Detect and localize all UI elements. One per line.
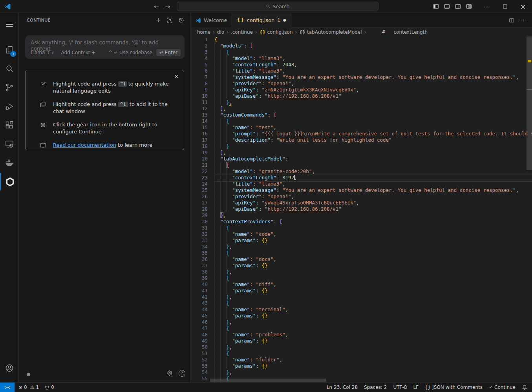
- code-line[interactable]: 27 "apiKey": "yWvqi4SxrpTsoOMMA3TcBQucEE…: [191, 200, 532, 206]
- breadcrumb-item[interactable]: #contextLength: [368, 29, 428, 35]
- split-editor-button[interactable]: [508, 17, 515, 24]
- command-search-box[interactable]: Search: [177, 2, 378, 11]
- code-line[interactable]: 22 "model": "granite-code:20b",: [191, 168, 532, 175]
- sidebar-item-continue[interactable]: [0, 173, 19, 190]
- line-number[interactable]: 14: [191, 118, 208, 124]
- code-line[interactable]: 31 {: [191, 225, 532, 231]
- line-number[interactable]: 32: [191, 231, 208, 237]
- code-line[interactable]: 1{: [191, 36, 532, 43]
- code-line[interactable]: 30 "contextProviders": [: [191, 219, 532, 225]
- code-line[interactable]: 11 },: [191, 99, 532, 106]
- line-number[interactable]: 44: [191, 306, 208, 313]
- line-number[interactable]: 27: [191, 200, 208, 206]
- toggle-secondary-sidebar-icon[interactable]: [455, 3, 461, 10]
- line-number[interactable]: 26: [191, 193, 208, 200]
- line-number[interactable]: 11: [191, 99, 208, 106]
- line-number[interactable]: 39: [191, 275, 208, 281]
- line-number[interactable]: 47: [191, 325, 208, 332]
- code-line[interactable]: 18 }: [191, 143, 532, 150]
- code-line[interactable]: 3 {: [191, 49, 532, 55]
- breadcrumb-item[interactable]: dio: [217, 29, 224, 35]
- line-number[interactable]: 5: [191, 62, 208, 68]
- code-line[interactable]: 42 },: [191, 294, 532, 300]
- line-number[interactable]: 45: [191, 313, 208, 319]
- code-line[interactable]: 38 },: [191, 269, 532, 275]
- code-line[interactable]: 16 "prompt": "{{{ input }}}\n\nWrite a c…: [191, 131, 532, 137]
- line-number[interactable]: 24: [191, 181, 208, 187]
- line-number[interactable]: 42: [191, 294, 208, 300]
- code-line[interactable]: 37 "params": {}: [191, 263, 532, 269]
- line-number[interactable]: 52: [191, 357, 208, 363]
- line-number[interactable]: 1: [191, 36, 208, 43]
- dirty-indicator-icon[interactable]: ●: [283, 18, 286, 22]
- sidebar-item-docker[interactable]: [0, 154, 19, 171]
- close-window-button[interactable]: ×: [514, 0, 532, 13]
- code-line[interactable]: 8 "provider": "openai",: [191, 80, 532, 87]
- problems-status[interactable]: ⊗0 ⚠1: [18, 385, 39, 390]
- code-line[interactable]: 54 },: [191, 369, 532, 376]
- code-line[interactable]: 33 "params": {}: [191, 237, 532, 244]
- maximize-button[interactable]: [496, 0, 514, 13]
- account-button[interactable]: [0, 359, 19, 377]
- breadcrumb-item[interactable]: {}config.json: [260, 29, 293, 35]
- code-line[interactable]: 21 {: [191, 162, 532, 168]
- line-number[interactable]: 38: [191, 269, 208, 275]
- code-line[interactable]: 12 ],: [191, 106, 532, 112]
- line-number[interactable]: 16: [191, 131, 208, 137]
- line-number[interactable]: 31: [191, 225, 208, 231]
- line-number[interactable]: 50: [191, 344, 208, 350]
- line-number[interactable]: 37: [191, 263, 208, 269]
- code-line[interactable]: 5 "contextLength": 2048,: [191, 62, 532, 68]
- code-line[interactable]: 14 {: [191, 118, 532, 124]
- read-documentation-link[interactable]: Read our documentation: [53, 142, 116, 148]
- code-line[interactable]: 52 "name": "folder",: [191, 357, 532, 363]
- code-line[interactable]: 2 "models": [: [191, 43, 532, 49]
- horizontal-scrollbar[interactable]: [210, 379, 326, 382]
- line-number[interactable]: 21: [191, 162, 208, 168]
- code-line[interactable]: 24 "title": "llama3",: [191, 181, 532, 187]
- line-number[interactable]: 49: [191, 338, 208, 344]
- vertical-scrollbar[interactable]: [527, 36, 532, 392]
- line-number[interactable]: 2: [191, 43, 208, 49]
- ports-status[interactable]: 0: [44, 385, 54, 390]
- line-number[interactable]: 28: [191, 206, 208, 212]
- help-button[interactable]: ?: [179, 370, 185, 377]
- line-number[interactable]: 35: [191, 250, 208, 256]
- toggle-sidebar-icon[interactable]: [433, 3, 439, 10]
- sidebar-item-remote-explorer[interactable]: [0, 135, 19, 153]
- code-line[interactable]: 28 "apiBase": "http://192.168.86.208/v1": [191, 206, 532, 212]
- configure-gear-button[interactable]: [166, 370, 173, 377]
- line-number[interactable]: 30: [191, 219, 208, 225]
- code-line[interactable]: 32 "name": "code",: [191, 231, 532, 237]
- history-button[interactable]: [178, 17, 185, 24]
- code-line[interactable]: 46 },: [191, 319, 532, 325]
- breadcrumb-item[interactable]: .continue: [231, 29, 253, 35]
- line-number[interactable]: 48: [191, 332, 208, 338]
- code-line[interactable]: 50 },: [191, 344, 532, 350]
- line-number[interactable]: 19: [191, 150, 208, 156]
- line-number[interactable]: 40: [191, 281, 208, 288]
- code-line[interactable]: 40 "name": "diff",: [191, 281, 532, 288]
- line-number[interactable]: 13: [191, 112, 208, 118]
- code-line[interactable]: 20 "tabAutocompleteModel":: [191, 156, 532, 162]
- code-line[interactable]: 13 "customCommands": [: [191, 112, 532, 118]
- notifications-bell-button[interactable]: [522, 385, 527, 390]
- tab-config-json[interactable]: { } config.json 1 ●: [232, 13, 291, 27]
- scrollbar-thumb[interactable]: [527, 36, 532, 170]
- line-number[interactable]: 53: [191, 363, 208, 369]
- language-mode-status[interactable]: {} JSON with Comments: [425, 385, 483, 390]
- line-number[interactable]: 18: [191, 143, 208, 150]
- nav-back-button[interactable]: ←: [154, 3, 159, 10]
- code-line[interactable]: 19 ],: [191, 150, 532, 156]
- code-line[interactable]: 29 },: [191, 212, 532, 219]
- line-number[interactable]: 55: [191, 376, 208, 382]
- code-line[interactable]: 43 {: [191, 300, 532, 306]
- sidebar-item-search[interactable]: [0, 60, 19, 77]
- continue-status[interactable]: ✓ Continue: [489, 385, 516, 390]
- code-line[interactable]: 17 "description": "Write unit tests for …: [191, 137, 532, 143]
- code-line[interactable]: 34 },: [191, 244, 532, 250]
- line-number[interactable]: 12: [191, 106, 208, 112]
- code-line[interactable]: 53 "params": {}: [191, 363, 532, 369]
- new-session-button[interactable]: [155, 17, 162, 24]
- sidebar-item-source-control[interactable]: [0, 79, 19, 96]
